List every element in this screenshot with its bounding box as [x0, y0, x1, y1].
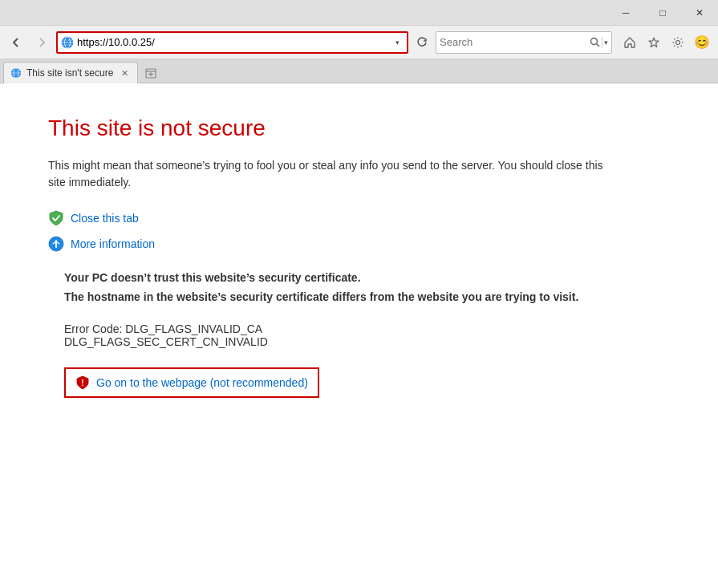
- favorites-button[interactable]: [643, 31, 665, 54]
- active-tab[interactable]: This site isn't secure ✕: [3, 62, 138, 83]
- settings-button[interactable]: [667, 31, 689, 54]
- address-dropdown-button[interactable]: ▾: [391, 36, 404, 49]
- error-code-line2: DLG_FLAGS_SEC_CERT_CN_INVALID: [64, 335, 670, 348]
- toolbar-icons: 😊: [619, 31, 713, 54]
- svg-point-5: [591, 39, 598, 45]
- svg-marker-7: [649, 38, 659, 47]
- browser-toolbar: ▾ ▾: [0, 26, 718, 59]
- forward-button[interactable]: [30, 31, 53, 54]
- close-tab-link[interactable]: Close this tab: [71, 212, 139, 225]
- new-tab-button[interactable]: [140, 62, 162, 83]
- error-details: Your PC doesn’t trust this website’s sec…: [48, 271, 670, 398]
- error-codes: Error Code: DLG_FLAGS_INVALID_CA DLG_FLA…: [64, 322, 670, 348]
- search-dropdown-button[interactable]: ▾: [604, 39, 608, 47]
- more-info-link[interactable]: More information: [71, 237, 155, 250]
- tab-close-button[interactable]: ✕: [118, 67, 131, 79]
- cert-warning-line1: Your PC doesn’t trust this website’s sec…: [64, 271, 670, 284]
- search-button[interactable]: [590, 37, 600, 47]
- page-content: This site is not secure This might mean …: [0, 83, 718, 588]
- search-icon: [590, 37, 600, 47]
- ie-favicon-icon: [61, 36, 74, 49]
- search-bar[interactable]: ▾: [436, 31, 612, 54]
- back-icon: [10, 37, 22, 48]
- info-circle-icon: [48, 236, 64, 252]
- star-icon: [647, 36, 660, 49]
- back-button[interactable]: [5, 31, 27, 54]
- svg-line-6: [597, 44, 600, 47]
- tab-bar: This site isn't secure ✕: [0, 59, 718, 83]
- close-button[interactable]: ✕: [681, 0, 718, 26]
- error-heading: This site is not secure: [48, 116, 670, 141]
- shield-green-icon: [48, 210, 64, 226]
- svg-text:!: !: [81, 379, 83, 387]
- home-icon: [623, 36, 636, 49]
- refresh-button[interactable]: [412, 32, 432, 53]
- cert-warning-line2: The hostname in the website’s security c…: [64, 290, 670, 303]
- new-tab-icon: [145, 67, 156, 79]
- refresh-icon: [416, 37, 428, 48]
- window-titlebar: ─ □ ✕: [0, 0, 718, 26]
- warning-shield-icon: !: [75, 375, 90, 390]
- address-input[interactable]: [77, 36, 387, 48]
- search-input[interactable]: [440, 36, 590, 48]
- address-bar[interactable]: ▾: [56, 31, 408, 54]
- maximize-button[interactable]: □: [644, 0, 681, 26]
- tab-title: This site isn't secure: [26, 67, 113, 79]
- emoji-button[interactable]: 😊: [691, 31, 713, 54]
- more-info-action: More information: [48, 236, 670, 252]
- forward-icon: [36, 37, 47, 48]
- proceed-box[interactable]: ! Go on to the webpage (not recommended): [64, 367, 319, 398]
- tab-favicon-icon: [10, 67, 22, 79]
- proceed-link[interactable]: Go on to the webpage (not recommended): [96, 376, 308, 389]
- svg-point-8: [676, 40, 680, 44]
- error-code-line1: Error Code: DLG_FLAGS_INVALID_CA: [64, 322, 670, 335]
- browser-window: ─ □ ✕ ▾: [0, 0, 718, 588]
- close-tab-action: Close this tab: [48, 210, 670, 226]
- error-description: This might mean that someone’s trying to…: [48, 157, 610, 191]
- minimize-button[interactable]: ─: [607, 0, 644, 26]
- search-divider: [602, 37, 602, 48]
- home-button[interactable]: [619, 31, 641, 54]
- gear-icon: [671, 36, 684, 49]
